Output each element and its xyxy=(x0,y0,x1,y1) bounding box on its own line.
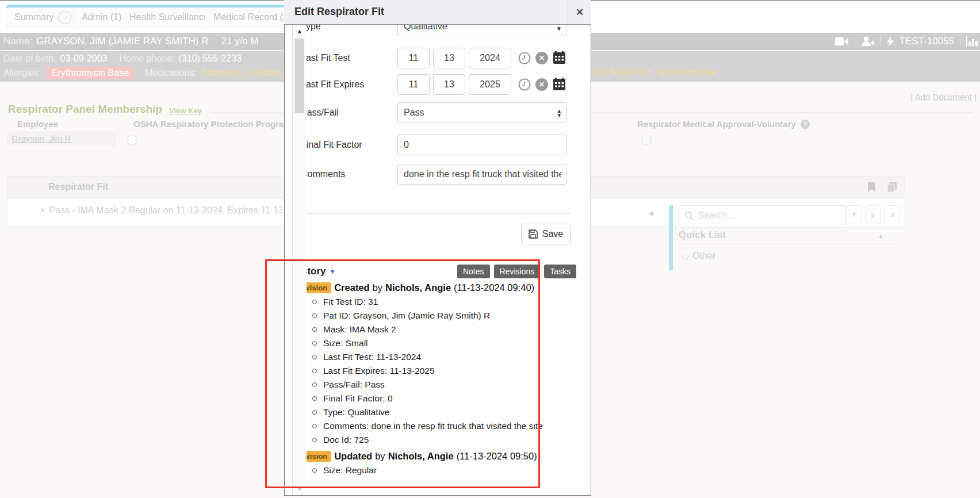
last-fit-expires-year-input[interactable] xyxy=(469,74,511,95)
history-item: Comments: done in the resp fit truck tha… xyxy=(312,419,571,433)
save-icon xyxy=(529,229,538,239)
revision-header: Revision Created by Nichols, Angie (11-1… xyxy=(292,282,576,293)
clock-icon[interactable] xyxy=(518,52,531,64)
select-arrows-icon: ▴▾ xyxy=(557,108,561,117)
revision-header: Revision Updated by Nichols, Angie (11-1… xyxy=(292,451,576,462)
last-fit-test-month-input[interactable] xyxy=(397,48,430,68)
history-item: Last Fit Test: 11-13-2024 xyxy=(312,350,571,364)
clear-date-icon[interactable]: ✕ xyxy=(535,78,548,91)
comments-input[interactable] xyxy=(397,164,567,185)
pass-fail-select[interactable]: Pass ▴▾ xyxy=(397,102,567,123)
comments-label: Comments xyxy=(301,169,345,179)
history-item: Last Fit Expires: 11-13-2025 xyxy=(312,364,571,378)
dialog-header: Edit Respirator Fit ✕ xyxy=(284,0,591,25)
scroll-down-icon[interactable]: ▼ xyxy=(293,485,307,492)
history-item: Pass/Fail: Pass xyxy=(312,378,571,392)
history-item: Final Fit Factor: 0 xyxy=(312,392,571,405)
clock-icon[interactable] xyxy=(518,78,531,91)
close-icon[interactable]: ✕ xyxy=(568,0,591,24)
history-section: History ▼ Notes Revisions Tasks Revision… xyxy=(292,265,576,477)
calendar-icon[interactable] xyxy=(553,51,565,64)
last-fit-test-year-input[interactable] xyxy=(469,48,511,68)
dialog-scrollbar[interactable]: ▲ ▼ xyxy=(292,25,307,495)
history-item: Doc Id: 725 xyxy=(312,433,571,447)
application-window: Summary → Admin (1) Health Surveillance … xyxy=(0,0,980,498)
form-divider xyxy=(294,213,570,214)
last-fit-expires-day-input[interactable] xyxy=(433,74,465,95)
scroll-up-icon[interactable]: ▲ xyxy=(293,28,307,35)
last-fit-test-day-input[interactable] xyxy=(433,48,465,68)
final-fit-factor-label: Final Fit Factor xyxy=(301,140,362,150)
save-button[interactable]: Save xyxy=(521,224,571,244)
revisions-button[interactable]: Revisions xyxy=(494,265,541,278)
save-label: Save xyxy=(542,229,563,239)
final-fit-factor-input[interactable] xyxy=(397,135,567,155)
history-item: Type: Qualitative xyxy=(312,405,571,419)
history-item: Size: Regular xyxy=(312,463,571,477)
history-item: Mask: IMA Mask 2 xyxy=(312,323,571,336)
chevron-down-icon: ▾ xyxy=(557,26,561,32)
scrollbar-thumb[interactable] xyxy=(294,39,304,113)
dialog-title: Edit Respirator Fit xyxy=(294,6,384,18)
notes-button[interactable]: Notes xyxy=(457,265,490,278)
calendar-icon[interactable] xyxy=(553,78,565,90)
last-fit-test-label: Last Fit Test xyxy=(301,53,350,63)
revision-detail-list: Size: Regular xyxy=(292,463,571,477)
history-item: Pat ID: Grayson, Jim (Jamie Ray Smith) R xyxy=(312,309,571,323)
history-item: Fit Test ID: 31 xyxy=(312,295,571,309)
clear-date-icon[interactable]: ✕ xyxy=(535,52,548,64)
history-item: Size: Small xyxy=(312,336,571,350)
history-collapse-icon[interactable]: ▼ xyxy=(330,268,336,275)
revision-detail-list: Fit Test ID: 31Pat ID: Grayson, Jim (Jam… xyxy=(292,295,571,447)
last-fit-expires-month-input[interactable] xyxy=(397,74,430,95)
tasks-button[interactable]: Tasks xyxy=(544,265,576,278)
last-fit-expires-label: Last Fit Expires xyxy=(301,79,364,90)
pass-fail-value: Pass xyxy=(404,108,424,118)
